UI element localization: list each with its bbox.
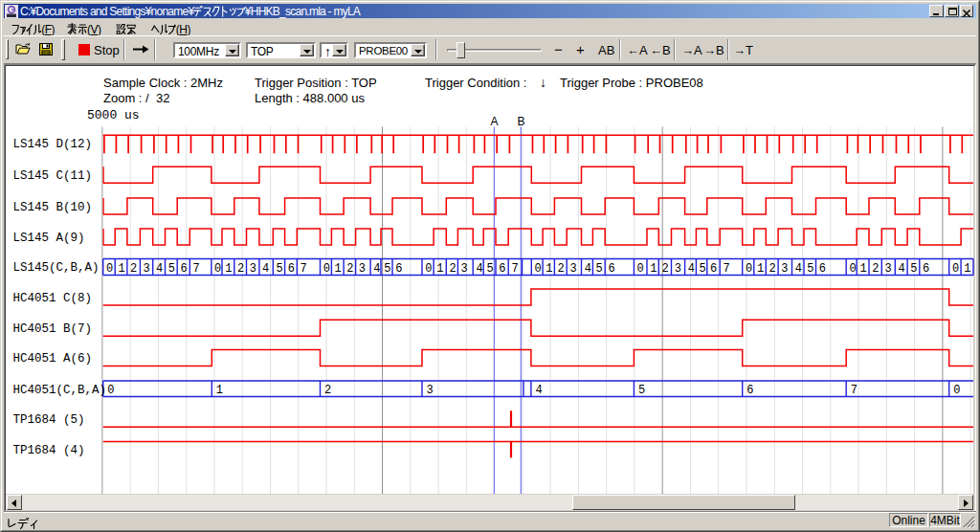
- svg-text:3: 3: [359, 262, 366, 276]
- svg-text:5: 5: [596, 262, 603, 276]
- svg-text:1: 1: [859, 262, 866, 276]
- svg-text:2: 2: [324, 384, 331, 397]
- svg-text:HC4051 B(7): HC4051 B(7): [13, 322, 93, 336]
- svg-text:5: 5: [384, 262, 390, 276]
- svg-text:0: 0: [746, 262, 752, 276]
- svg-text:4: 4: [476, 262, 482, 276]
- svg-text:HC4051 A(6): HC4051 A(6): [13, 352, 93, 366]
- svg-text:6: 6: [710, 262, 717, 276]
- svg-text:4: 4: [156, 262, 163, 276]
- svg-text:A: A: [490, 115, 498, 128]
- svg-text:0: 0: [637, 262, 644, 276]
- svg-text:4: 4: [535, 384, 542, 397]
- svg-text:TP1684 (5): TP1684 (5): [13, 413, 85, 427]
- svg-text:1: 1: [757, 262, 764, 276]
- svg-text:3: 3: [427, 384, 434, 397]
- svg-text:1: 1: [216, 384, 223, 397]
- svg-text:5: 5: [277, 262, 283, 276]
- svg-text:1: 1: [118, 262, 124, 276]
- svg-text:5: 5: [700, 262, 706, 276]
- svg-text:3: 3: [885, 262, 892, 276]
- svg-text:2: 2: [450, 262, 457, 276]
- svg-text:6: 6: [608, 262, 614, 276]
- svg-text:4: 4: [373, 262, 380, 276]
- svg-text:6: 6: [819, 262, 826, 276]
- svg-text:0: 0: [106, 262, 113, 276]
- svg-text:HC4051 C(8): HC4051 C(8): [13, 292, 93, 305]
- svg-text:0: 0: [323, 262, 330, 276]
- svg-text:0: 0: [425, 262, 432, 276]
- svg-text:6: 6: [180, 262, 187, 276]
- svg-text:0: 0: [214, 262, 221, 276]
- svg-text:2: 2: [769, 262, 776, 276]
- svg-text:2: 2: [346, 262, 353, 276]
- svg-text:6: 6: [395, 262, 402, 276]
- svg-text:5: 5: [486, 262, 493, 276]
- svg-text:0: 0: [953, 384, 960, 397]
- svg-text:LS145 B(10): LS145 B(10): [13, 201, 93, 214]
- svg-text:B: B: [518, 115, 525, 128]
- svg-text:5: 5: [807, 262, 813, 276]
- svg-text:2: 2: [558, 262, 565, 276]
- svg-text:3: 3: [781, 262, 788, 276]
- svg-text:1: 1: [546, 262, 552, 276]
- svg-text:1: 1: [436, 262, 443, 276]
- svg-text:0: 0: [535, 262, 542, 276]
- svg-text:LS145 D(12): LS145 D(12): [13, 138, 93, 151]
- svg-text:6: 6: [746, 384, 753, 397]
- svg-text:4: 4: [688, 262, 695, 276]
- svg-text:3: 3: [461, 262, 468, 276]
- svg-text:LS145 C(11): LS145 C(11): [13, 169, 93, 183]
- svg-text:1: 1: [964, 262, 970, 276]
- svg-text:1: 1: [225, 262, 232, 276]
- svg-text:4: 4: [585, 262, 591, 276]
- svg-text:6: 6: [499, 262, 505, 276]
- svg-text:LS145 A(9): LS145 A(9): [13, 232, 85, 245]
- svg-text:2: 2: [237, 262, 244, 276]
- svg-text:2: 2: [130, 262, 137, 276]
- svg-text:5: 5: [910, 262, 917, 276]
- svg-text:5: 5: [168, 262, 175, 276]
- svg-text:0: 0: [107, 384, 114, 397]
- svg-text:2: 2: [872, 262, 879, 276]
- svg-text:7: 7: [723, 262, 729, 276]
- svg-text:1: 1: [650, 262, 657, 276]
- svg-text:0: 0: [952, 262, 959, 276]
- svg-text:6: 6: [923, 262, 929, 276]
- svg-text:7: 7: [193, 262, 200, 276]
- svg-text:4: 4: [795, 262, 802, 276]
- svg-text:HC4051(C,B,A): HC4051(C,B,A): [13, 384, 107, 397]
- svg-text:7: 7: [851, 384, 858, 397]
- svg-text:4: 4: [899, 262, 905, 276]
- svg-text:3: 3: [569, 262, 576, 276]
- svg-text:3: 3: [144, 262, 150, 276]
- svg-text:2: 2: [662, 262, 669, 276]
- svg-text:6: 6: [288, 262, 295, 276]
- svg-text:4: 4: [262, 262, 269, 276]
- svg-text:5: 5: [638, 384, 645, 397]
- svg-text:0: 0: [849, 262, 856, 276]
- svg-text:1: 1: [335, 262, 342, 276]
- svg-text:7: 7: [511, 262, 518, 276]
- svg-text:3: 3: [250, 262, 256, 276]
- svg-text:3: 3: [675, 262, 681, 276]
- svg-text:TP1684 (4): TP1684 (4): [13, 444, 85, 457]
- svg-text:7: 7: [301, 262, 307, 276]
- svg-text:LS145(C,B,A): LS145(C,B,A): [13, 261, 100, 275]
